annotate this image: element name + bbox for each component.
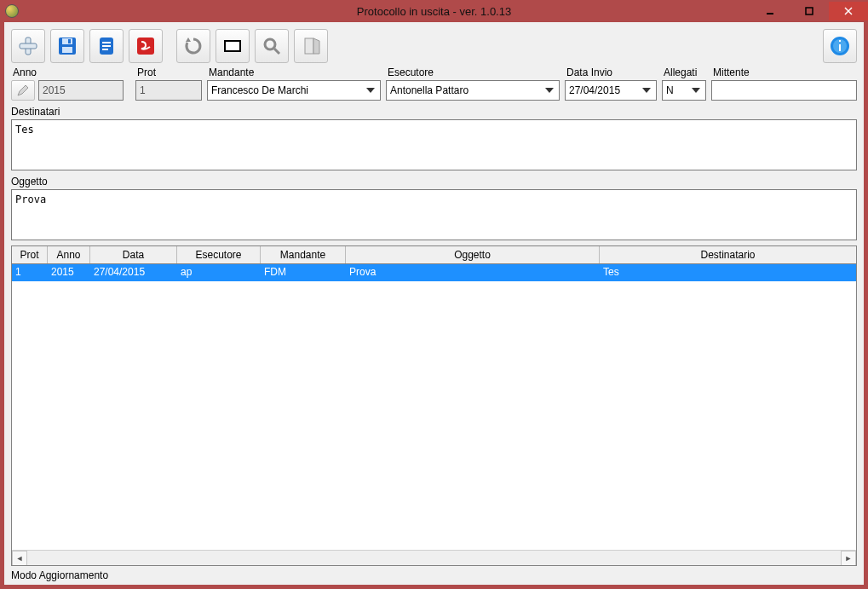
- pdf-button[interactable]: [129, 29, 163, 63]
- oggetto-label: Oggetto: [11, 176, 857, 188]
- cell-esecutore: ap: [177, 264, 261, 281]
- allegati-label: Allegati: [662, 66, 706, 78]
- open-button[interactable]: [89, 29, 124, 63]
- grid-header: Prot Anno Data Esecutore Mandante Oggett…: [12, 246, 856, 264]
- oggetto-textarea[interactable]: Prova: [11, 189, 857, 240]
- allegati-select[interactable]: N: [662, 80, 706, 101]
- info-icon: [829, 35, 851, 57]
- search-button[interactable]: [255, 29, 289, 63]
- cell-data: 27/04/2015: [90, 264, 177, 281]
- info-button[interactable]: [823, 29, 857, 63]
- svg-marker-15: [186, 38, 191, 42]
- edit-anno-button[interactable]: [11, 80, 35, 101]
- plus-icon: [17, 35, 39, 57]
- esecutore-label: Esecutore: [386, 66, 560, 78]
- svg-rect-12: [102, 45, 111, 47]
- cell-oggetto: Prova: [346, 264, 600, 281]
- col-mandante[interactable]: Mandante: [261, 246, 346, 263]
- pdf-icon: [135, 35, 157, 57]
- col-esecutore[interactable]: Esecutore: [177, 246, 261, 263]
- results-grid[interactable]: Prot Anno Data Esecutore Mandante Oggett…: [11, 245, 857, 566]
- destinatari-textarea[interactable]: Tes: [11, 119, 857, 170]
- preview-button[interactable]: [216, 29, 250, 63]
- svg-rect-11: [102, 42, 111, 43]
- save-button[interactable]: [50, 29, 84, 63]
- new-button[interactable]: [11, 29, 45, 63]
- svg-rect-8: [62, 47, 72, 53]
- main-toolbar: [4, 22, 864, 66]
- col-oggetto[interactable]: Oggetto: [346, 246, 600, 263]
- scroll-right-icon[interactable]: ►: [841, 551, 856, 566]
- window-title: Protocollo in uscita - ver. 1.0.13: [0, 5, 868, 18]
- svg-rect-13: [102, 49, 108, 50]
- rectangle-icon: [221, 35, 244, 57]
- mittente-input[interactable]: [711, 80, 857, 101]
- status-bar: Modo Aggiornamento: [4, 566, 864, 585]
- grid-horizontal-scrollbar[interactable]: ◄ ►: [12, 550, 856, 565]
- destinatari-label: Destinatari: [11, 106, 857, 118]
- svg-rect-24: [839, 40, 841, 42]
- col-anno[interactable]: Anno: [48, 246, 90, 263]
- cell-destinatario: Tes: [600, 264, 856, 281]
- refresh-icon: [183, 36, 204, 56]
- svg-point-17: [265, 39, 275, 49]
- document-icon: [95, 35, 118, 57]
- mandante-label: Mandante: [207, 66, 381, 78]
- datainvio-label: Data Invio: [565, 66, 657, 78]
- col-destinatario[interactable]: Destinatario: [600, 246, 856, 263]
- mittente-label: Mittente: [711, 66, 857, 78]
- prot-label: Prot: [135, 66, 202, 78]
- datainvio-select[interactable]: 27/04/2015: [565, 80, 657, 101]
- door-icon: [301, 36, 321, 56]
- prot-input: [135, 80, 202, 101]
- scroll-left-icon[interactable]: ◄: [12, 551, 27, 566]
- col-data[interactable]: Data: [90, 246, 177, 263]
- svg-rect-16: [225, 41, 240, 51]
- mandante-select[interactable]: Francesco De Marchi: [207, 80, 381, 101]
- floppy-icon: [56, 35, 78, 57]
- magnifier-icon: [262, 36, 282, 56]
- cell-prot: 1: [12, 264, 48, 281]
- status-text: Modo Aggiornamento: [11, 569, 108, 581]
- svg-rect-7: [62, 38, 72, 44]
- anno-label: Anno: [11, 66, 130, 78]
- exit-button[interactable]: [294, 29, 328, 63]
- svg-line-18: [274, 49, 279, 54]
- table-row[interactable]: 1201527/04/2015apFDMProvaTes: [12, 264, 856, 281]
- cell-anno: 2015: [48, 264, 90, 281]
- svg-marker-20: [313, 38, 319, 54]
- cell-mandante: FDM: [261, 264, 346, 281]
- svg-rect-23: [839, 44, 841, 51]
- esecutore-select[interactable]: Antonella Pattaro: [386, 80, 560, 101]
- anno-input: [38, 80, 124, 101]
- refresh-button[interactable]: [176, 29, 210, 63]
- svg-rect-5: [20, 43, 37, 49]
- svg-rect-9: [68, 39, 71, 43]
- pencil-icon: [16, 84, 30, 97]
- svg-rect-19: [305, 38, 313, 54]
- col-prot[interactable]: Prot: [12, 246, 48, 263]
